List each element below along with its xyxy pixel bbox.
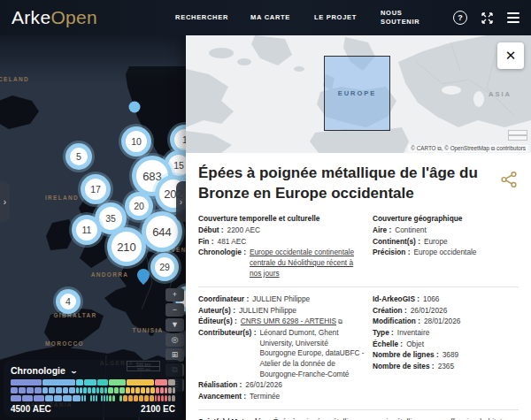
chronology-segment[interactable] bbox=[76, 379, 83, 386]
chronology-segment[interactable] bbox=[156, 387, 159, 393]
locate-button[interactable]: ◎ bbox=[165, 333, 184, 347]
zoom-out-button[interactable]: − bbox=[165, 303, 184, 317]
map-cluster[interactable]: 29 bbox=[150, 253, 179, 281]
chronology-segment[interactable] bbox=[11, 387, 18, 393]
chronology-segment[interactable] bbox=[73, 395, 81, 401]
chronology-segment[interactable] bbox=[135, 387, 140, 393]
left-panel-toggle[interactable]: › bbox=[0, 181, 10, 222]
app-logo[interactable]: ArkeOpen bbox=[12, 7, 97, 28]
coverage-minimap[interactable]: EUROPE ASIA © CARTO ⧉, © OpenStreetMap ⧉… bbox=[186, 35, 531, 153]
fit-markers-button[interactable]: ▼ bbox=[165, 318, 184, 332]
chronology-toggle[interactable]: Chronologie ⌄ bbox=[11, 365, 175, 376]
chronology-segment[interactable] bbox=[90, 395, 92, 401]
field-value[interactable]: Europe occidentale continentale centrale… bbox=[250, 248, 366, 279]
chronology-segment[interactable] bbox=[34, 395, 44, 401]
chronology-segment[interactable] bbox=[123, 395, 127, 401]
chronology-segment[interactable] bbox=[155, 379, 167, 386]
chronology-segment[interactable] bbox=[63, 395, 71, 401]
chronology-segment[interactable] bbox=[45, 395, 53, 401]
chronology-segment[interactable] bbox=[165, 387, 168, 393]
chronology-segment[interactable] bbox=[116, 395, 119, 401]
chronology-segment[interactable] bbox=[168, 379, 175, 386]
chronology-segment[interactable] bbox=[127, 379, 154, 386]
chronology-segment[interactable] bbox=[139, 395, 143, 401]
chronology-segment[interactable] bbox=[155, 395, 158, 401]
map-attribution[interactable]: © CARTO ⧉, © OpenStreetMap ⧉ contributor… bbox=[408, 145, 528, 152]
chronology-segment[interactable] bbox=[81, 395, 83, 401]
chronology-segment[interactable] bbox=[146, 387, 150, 393]
map-cluster[interactable]: 5 bbox=[65, 143, 92, 170]
map-cluster[interactable]: 210 bbox=[107, 227, 146, 266]
chronology-segment[interactable] bbox=[141, 387, 145, 393]
chronology-segment[interactable] bbox=[126, 387, 130, 393]
right-panel-toggle[interactable]: › bbox=[176, 181, 186, 222]
chronology-segment[interactable] bbox=[168, 387, 171, 393]
chronology-segment[interactable] bbox=[112, 395, 115, 401]
chronology-segment[interactable] bbox=[63, 387, 69, 393]
zoom-in-button[interactable]: + bbox=[165, 288, 184, 302]
chronology-segment[interactable] bbox=[49, 387, 55, 393]
chronology-segment[interactable] bbox=[97, 379, 108, 386]
chronology-segment[interactable] bbox=[87, 395, 88, 401]
map-cluster[interactable]: 11 bbox=[72, 215, 102, 245]
chronology-segment[interactable] bbox=[56, 387, 62, 393]
chronology-segment[interactable] bbox=[42, 387, 49, 393]
chronology-segment[interactable] bbox=[92, 387, 96, 393]
chronology-segment[interactable] bbox=[98, 395, 100, 401]
chronology-segment[interactable] bbox=[93, 395, 95, 401]
nav-item-ma-carte[interactable]: MA CARTE bbox=[250, 13, 290, 22]
chronology-segment[interactable] bbox=[101, 395, 103, 401]
nav-item-rechercher[interactable]: RECHERCHER bbox=[175, 13, 227, 22]
chronology-segment[interactable] bbox=[144, 395, 149, 401]
chronology-segment[interactable] bbox=[150, 395, 154, 401]
share-icon[interactable] bbox=[499, 170, 519, 203]
map-cluster[interactable]: 17 bbox=[81, 174, 111, 204]
chronology-segment[interactable] bbox=[27, 387, 34, 393]
chronology-segment[interactable] bbox=[100, 387, 103, 393]
chronology-segment[interactable] bbox=[172, 395, 175, 401]
chronology-segment[interactable] bbox=[83, 387, 87, 393]
chronology-segment[interactable] bbox=[84, 395, 86, 401]
chronology-segment[interactable] bbox=[173, 387, 175, 393]
main-map[interactable]: ICELANDIRELANDANDORRAGIBRALTARMOROCCOTUN… bbox=[0, 35, 186, 420]
chronology-segment[interactable] bbox=[109, 379, 127, 386]
chronology-segment[interactable] bbox=[88, 387, 91, 393]
chronology-segment[interactable] bbox=[119, 395, 122, 401]
site-marker-dot[interactable] bbox=[129, 102, 141, 113]
chronology-segment[interactable] bbox=[131, 387, 135, 393]
chronology-segment[interactable] bbox=[168, 395, 172, 401]
map-cluster[interactable]: 4 bbox=[56, 289, 81, 314]
nav-item-le-projet[interactable]: LE PROJET bbox=[314, 13, 357, 22]
chronology-segment[interactable] bbox=[109, 395, 112, 401]
chronology-segment[interactable] bbox=[69, 387, 75, 393]
map-cluster[interactable]: 10 bbox=[121, 126, 151, 157]
coverage-extent-box[interactable]: EUROPE bbox=[324, 56, 390, 131]
chronology-segment[interactable] bbox=[106, 395, 108, 401]
chronology-segment[interactable] bbox=[19, 387, 26, 393]
chronology-segment[interactable] bbox=[84, 379, 96, 386]
chronology-segment[interactable] bbox=[22, 395, 33, 401]
chronology-segment[interactable] bbox=[35, 387, 42, 393]
chronology-segment[interactable] bbox=[76, 387, 79, 393]
chronology-segment[interactable] bbox=[134, 395, 138, 401]
menu-icon[interactable] bbox=[507, 12, 519, 23]
nav-item-nous-soutenir[interactable]: NOUS SOUTENIR bbox=[381, 9, 432, 27]
chronology-segment[interactable] bbox=[119, 387, 125, 393]
chronology-segment[interactable] bbox=[96, 395, 97, 401]
chronology-segment[interactable] bbox=[54, 395, 62, 401]
field-value[interactable]: CNRS UMR 6298 - ARTEHIS ⧉ bbox=[241, 317, 342, 327]
chronology-segment[interactable] bbox=[104, 387, 107, 393]
help-icon[interactable]: ? bbox=[453, 11, 467, 25]
chronology-segment[interactable] bbox=[150, 387, 155, 393]
chronology-segment[interactable] bbox=[104, 395, 105, 401]
chronology-segment[interactable] bbox=[114, 387, 119, 393]
chronology-segment[interactable] bbox=[165, 395, 167, 401]
chronology-segment[interactable] bbox=[42, 379, 75, 386]
chronology-segment[interactable] bbox=[128, 395, 133, 401]
chronology-segment[interactable] bbox=[11, 379, 42, 386]
chronology-segment[interactable] bbox=[158, 395, 160, 401]
chronology-segment[interactable] bbox=[161, 395, 164, 401]
chronology-segment[interactable] bbox=[96, 387, 99, 393]
fullscreen-icon[interactable] bbox=[481, 11, 494, 25]
chronology-segment[interactable] bbox=[11, 395, 21, 401]
